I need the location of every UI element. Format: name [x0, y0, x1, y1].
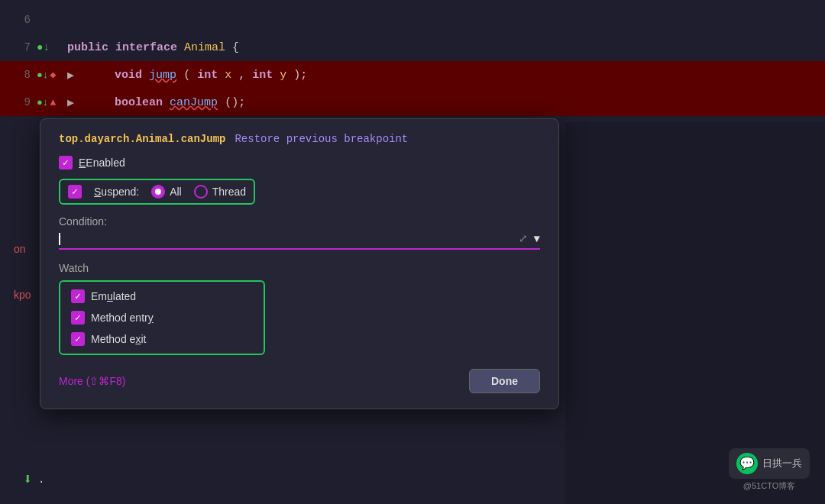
watermark-name: 日拱一兵 [762, 457, 802, 470]
side-label-kpo: kpo [14, 289, 31, 301]
dropdown-icon[interactable]: ▼ [534, 233, 540, 245]
code-editor: 6 7 ●↓ public interface Animal { 8 ●↓ ◆ … [0, 0, 825, 122]
more-link[interactable]: More (⇧⌘F8) [59, 375, 125, 387]
arrow-right-9: ▶ [67, 95, 74, 110]
line-num-6: 6 [9, 14, 31, 26]
emulated-label: Emulated [91, 290, 136, 302]
code-content-7: public interface Animal { [67, 41, 239, 54]
radio-all[interactable]: All [151, 185, 182, 199]
condition-input-row: ⤢ ▼ [59, 232, 540, 250]
dot-separator: . [38, 473, 44, 486]
suspend-label: Suspend: [94, 186, 139, 198]
cursor-bar [59, 233, 60, 245]
dialog-header: top.dayarch.Animal.canJump Restore previ… [59, 133, 540, 145]
line-num-8: 8 [9, 69, 31, 81]
arrow-up-icon-9: ▲ [50, 97, 57, 108]
enabled-checkbox[interactable] [59, 156, 73, 170]
code-line-9: 9 ●↓ ▲ ▶ boolean canJump (); [0, 89, 825, 116]
arrow-down-icon: ●↓ [37, 41, 50, 53]
dialog-footer: More (⇧⌘F8) Done [59, 369, 540, 393]
code-content-8: void jump ( int x , int y ); [80, 69, 307, 82]
breakpoint-dialog: top.dayarch.Animal.canJump Restore previ… [40, 118, 559, 409]
radio-all-outer[interactable] [151, 185, 165, 199]
restore-link[interactable]: Restore previous breakpoint [235, 133, 408, 145]
method-entry-label: Method entry [91, 312, 154, 324]
watch-item-method-entry: Method entry [71, 311, 253, 325]
condition-input[interactable] [66, 233, 513, 245]
code-line-7: 7 ●↓ public interface Animal { [0, 34, 825, 61]
watch-box: Emulated Method entry Method exit [59, 280, 265, 355]
done-button[interactable]: Done [469, 369, 540, 393]
line-num-9: 9 [9, 96, 31, 108]
arrow-right-8: ▶ [67, 68, 74, 82]
watch-label: Watch [59, 262, 540, 274]
diamond-icon-8: ◆ [50, 69, 57, 81]
method-exit-label: Method exit [91, 333, 146, 345]
download-icon: ⬇ [23, 470, 32, 489]
suspend-row: Suspend: All Thread [59, 179, 255, 205]
wechat-box: 💬 日拱一兵 [729, 448, 810, 479]
breakpoint-icon-8: ●↓ [37, 69, 49, 81]
breakpoint-icon-9: ●↓ [37, 97, 49, 108]
wechat-icon: 💬 [736, 453, 758, 474]
side-label-on: on [14, 243, 26, 255]
watch-item-method-exit: Method exit [71, 332, 253, 346]
enabled-row: EEnabled [59, 156, 540, 170]
radio-thread[interactable]: Thread [194, 185, 246, 199]
enabled-label: EEnabled [79, 157, 125, 169]
code-line-8: 8 ●↓ ◆ ▶ void jump ( int x , int y ); [0, 61, 825, 89]
radio-group: All Thread [151, 185, 246, 199]
bottom-left-icons: ⬇ . [23, 470, 44, 489]
radio-all-label: All [170, 186, 182, 198]
condition-label: Condition: [59, 215, 540, 228]
emulated-checkbox[interactable] [71, 289, 85, 303]
watch-item-emulated: Emulated [71, 289, 253, 303]
line-gutter-9: ●↓ ▲ [37, 97, 67, 108]
code-content-9: boolean canJump (); [80, 96, 245, 109]
expand-icon[interactable]: ⤢ [519, 232, 528, 245]
radio-thread-label: Thread [212, 186, 246, 198]
method-exit-checkbox[interactable] [71, 332, 85, 346]
method-entry-checkbox[interactable] [71, 311, 85, 325]
class-path-label: top.dayarch.Animal.canJump [59, 133, 225, 145]
line-num-7: 7 [9, 41, 31, 53]
suspend-checkbox[interactable] [68, 185, 82, 199]
code-line-6: 6 [0, 6, 825, 34]
line-gutter-7: ●↓ [37, 41, 67, 53]
watermark: 💬 日拱一兵 @51CTO博客 [729, 448, 810, 492]
line-gutter-8: ●↓ ◆ [37, 69, 67, 81]
watermark-sub: @51CTO博客 [743, 480, 795, 492]
radio-thread-outer[interactable] [194, 185, 208, 199]
